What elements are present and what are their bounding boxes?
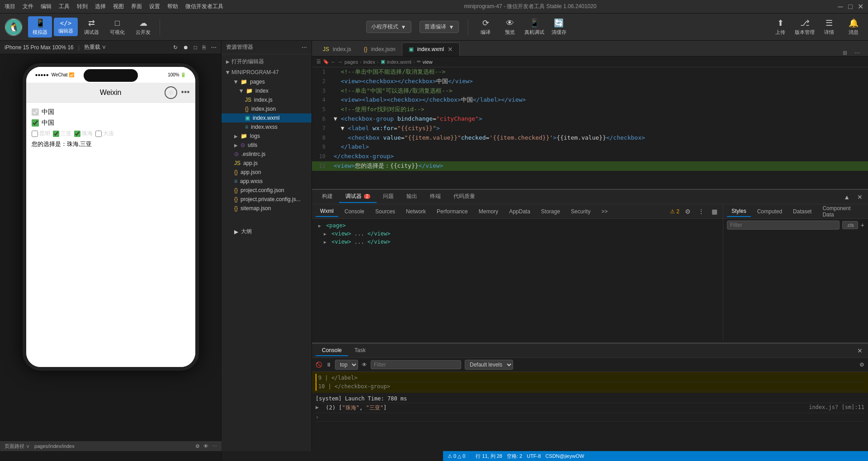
console-eye-icon[interactable]: 👁 xyxy=(362,362,367,368)
messages-button[interactable]: 🔔 消息 xyxy=(844,18,863,36)
more-tabs[interactable]: >> xyxy=(597,207,612,216)
tab-more-icon[interactable]: ⋯ xyxy=(851,50,863,56)
tab-index-js[interactable]: JS index.js xyxy=(316,42,358,56)
devtools-issues-tab[interactable]: 问题 xyxy=(377,191,400,203)
menu-item-settings[interactable]: 设置 xyxy=(149,3,160,10)
menu-item-goto[interactable]: 转到 xyxy=(77,3,88,10)
refresh-icon[interactable]: ↻ xyxy=(173,44,178,51)
phone-icon[interactable]: □ xyxy=(194,44,197,51)
simulator-button[interactable]: 📱 模拟器 xyxy=(28,16,52,38)
clear-cache-button[interactable]: 🔄 清缓存 xyxy=(549,18,569,36)
more-icon[interactable]: ⋯ xyxy=(211,44,217,51)
cloud-button[interactable]: ☁ 云开发 xyxy=(131,16,155,38)
devtools-close-icon[interactable]: ✕ xyxy=(855,192,864,202)
devtools-terminal-tab[interactable]: 终端 xyxy=(424,191,447,203)
menu-item-help[interactable]: 帮助 xyxy=(167,3,178,10)
page-path-label[interactable]: 页面路径 ∨ xyxy=(5,443,30,450)
styles-filter-input[interactable] xyxy=(727,221,840,230)
tree-item-app-js[interactable]: JS app.js xyxy=(222,159,311,168)
console-filter-input[interactable] xyxy=(371,360,461,369)
breadcrumb-bookmark[interactable]: 🔖 xyxy=(323,59,329,65)
screenshot-icon[interactable]: ⎘ xyxy=(203,44,206,51)
menu-item-edit[interactable]: 编辑 xyxy=(41,3,52,10)
performance-tab[interactable]: Performance xyxy=(432,207,472,216)
debugger-button[interactable]: ⇄ 调试器 xyxy=(80,16,104,38)
statusbar-eye-icon[interactable]: 👁 xyxy=(203,443,208,449)
component-data-tab[interactable]: Component Data xyxy=(818,203,864,220)
console-clear-icon[interactable]: 🚫 xyxy=(316,362,322,368)
network-tab[interactable]: Network xyxy=(401,207,430,216)
wxml-node-view1[interactable]: ▶ <view> ... </view> xyxy=(315,230,720,238)
security-tab[interactable]: Security xyxy=(566,207,595,216)
checkbox-kunming[interactable] xyxy=(32,131,38,137)
tab-split-icon[interactable]: ⊞ xyxy=(839,50,851,56)
inspector-dots-icon[interactable]: ⋮ xyxy=(696,206,706,217)
menu-item-file[interactable]: 文件 xyxy=(23,3,33,10)
devtools-quality-tab[interactable]: 代码质量 xyxy=(447,191,481,203)
console-settings-icon[interactable]: ⚙ xyxy=(859,362,864,368)
console-tab[interactable]: Console xyxy=(340,207,369,216)
task-tab-btn[interactable]: Task xyxy=(348,345,372,356)
tree-item-index-wxml[interactable]: ▣ index.wxml xyxy=(222,113,311,122)
devtools-up-icon[interactable]: ▲ xyxy=(842,192,852,202)
breadcrumb-pages[interactable]: pages xyxy=(344,59,358,65)
console-context-select[interactable]: top xyxy=(335,360,358,370)
devtools-build-tab[interactable]: 构建 xyxy=(316,191,339,203)
details-button[interactable]: ☰ 详情 xyxy=(819,18,839,36)
filetree-dots[interactable]: ⋯ xyxy=(302,44,307,51)
tree-item-pages[interactable]: ▶ 📁 pages xyxy=(222,77,311,86)
console-src-link[interactable]: index.js? [sm]:11 xyxy=(809,404,864,412)
add-style-icon[interactable]: + xyxy=(861,221,864,229)
wxml-node-view2[interactable]: ▶ <view> ... </view> xyxy=(315,238,720,246)
upload-button[interactable]: ⬆ 上传 xyxy=(770,18,790,36)
wxml-node-page[interactable]: ▶ <page> xyxy=(315,221,720,230)
devtools-debugger-tab[interactable]: 调试器 2 xyxy=(339,191,377,203)
tree-item-project-config[interactable]: {} project.config.json xyxy=(222,186,311,195)
tab-index-json[interactable]: {} index.json xyxy=(358,42,402,56)
wxml-tab[interactable]: Wxml xyxy=(316,206,338,217)
menu-item-select[interactable]: 选择 xyxy=(95,3,106,10)
sources-tab[interactable]: Sources xyxy=(371,207,400,216)
minimize-button[interactable]: ─ xyxy=(837,4,844,10)
checkbox-china-2[interactable] xyxy=(32,119,39,127)
project-section[interactable]: ▶ MINIPROGRAM-47 xyxy=(222,67,311,77)
real-debug-button[interactable]: 📱 真机调试 xyxy=(524,18,544,36)
console-level-select[interactable]: Default levels xyxy=(465,360,513,370)
computed-tab[interactable]: Computed xyxy=(753,207,787,216)
editor-button[interactable]: </> 编辑器 xyxy=(54,18,78,36)
menu-item-project[interactable]: 项目 xyxy=(5,3,15,10)
breadcrumb-index[interactable]: index xyxy=(363,59,375,65)
menu-item-tools[interactable]: 工具 xyxy=(59,3,70,10)
styles-tab[interactable]: Styles xyxy=(727,206,751,217)
tab-index-wxml[interactable]: ▣ index.wxml ✕ xyxy=(402,42,460,56)
breadcrumb-forward[interactable]: → xyxy=(338,59,343,65)
maximize-button[interactable]: □ xyxy=(847,4,854,10)
checkbox-china-1[interactable] xyxy=(32,108,39,116)
tree-item-dasheng[interactable]: ▶ 大纲 xyxy=(222,226,311,237)
editor-main[interactable]: 1 <!--单击中国不能选择/取消复选框--> 2 <view><checkbo… xyxy=(312,67,868,189)
record-icon[interactable]: ⏺ xyxy=(183,44,189,51)
tree-item-eslintrc[interactable]: ⊙ .eslintrc.js xyxy=(222,150,311,159)
version-button[interactable]: ⎇ 版本管理 xyxy=(795,18,815,36)
tree-item-project-private[interactable]: {} project.private.config.js... xyxy=(222,195,311,204)
menu-item-view[interactable]: 视图 xyxy=(113,3,124,10)
tree-item-logs[interactable]: ▶ 📁 logs xyxy=(222,132,311,141)
inspector-gear-icon[interactable]: ⚙ xyxy=(683,206,693,217)
breadcrumb-wxml[interactable]: index.wxml xyxy=(387,59,411,65)
menu-item-wechat[interactable]: 微信开发者工具 xyxy=(185,3,223,10)
open-editors-section[interactable]: ▶ 打开的编辑器 xyxy=(222,56,311,67)
breadcrumb-back[interactable]: ← xyxy=(331,59,336,65)
console-close-icon[interactable]: ✕ xyxy=(855,345,864,356)
checkbox-zhuhai[interactable] xyxy=(74,131,80,137)
inspector-grid-icon[interactable]: ▦ xyxy=(710,206,719,217)
tab-wxml-close[interactable]: ✕ xyxy=(448,46,453,53)
close-button[interactable]: ✕ xyxy=(857,4,863,10)
dataset-tab[interactable]: Dataset xyxy=(788,207,816,216)
tree-item-sitemap[interactable]: {} sitemap.json xyxy=(222,204,311,213)
compile-button[interactable]: ⟳ 编译 xyxy=(476,18,495,36)
breadcrumb-view[interactable]: view xyxy=(423,59,433,65)
memory-tab[interactable]: Memory xyxy=(474,207,503,216)
tree-item-app-json[interactable]: {} app.json xyxy=(222,168,311,177)
compile-dropdown[interactable]: 普通编译 ▼ xyxy=(420,21,459,33)
preview-button[interactable]: 👁 预览 xyxy=(500,19,520,36)
